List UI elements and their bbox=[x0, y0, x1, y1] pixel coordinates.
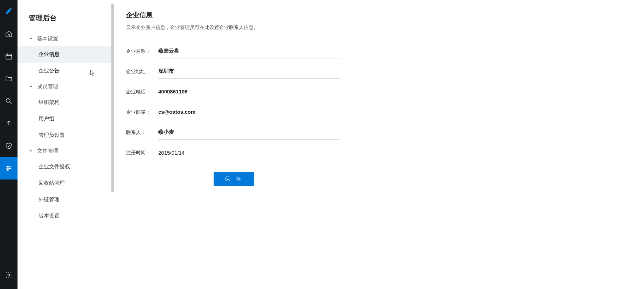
input-enterprise-address[interactable] bbox=[158, 65, 340, 79]
search-icon[interactable] bbox=[0, 90, 18, 112]
svg-point-4 bbox=[7, 169, 8, 171]
section-label: 文件管理 bbox=[37, 148, 58, 154]
secondary-sidebar: 管理后台 基本设置 企业信息 企业公告 成员管理 组织架构 用户组 管理员设置 … bbox=[18, 0, 112, 289]
svg-point-1 bbox=[6, 99, 10, 103]
sidebar-item-user-groups[interactable]: 用户组 bbox=[18, 111, 112, 127]
page-title: 企业信息 bbox=[126, 10, 630, 20]
chevron-down-icon bbox=[28, 148, 34, 154]
sidebar-item-org-structure[interactable]: 组织架构 bbox=[18, 94, 112, 111]
section-member-management[interactable]: 成员管理 bbox=[18, 79, 112, 94]
shield-icon[interactable] bbox=[0, 135, 18, 157]
main-content: 企业信息 显示企业账户信息，企业管理员可在此设置企业联系人信息。 企业名称： 企… bbox=[112, 0, 644, 289]
sidebar-title: 管理后台 bbox=[18, 10, 112, 31]
svg-point-3 bbox=[9, 168, 11, 169]
input-enterprise-name[interactable] bbox=[158, 44, 340, 58]
section-basic-settings[interactable]: 基本设置 bbox=[18, 31, 112, 46]
sidebar-item-link-management[interactable]: 外链管理 bbox=[18, 191, 112, 208]
gear-icon[interactable] bbox=[0, 264, 18, 286]
svg-point-2 bbox=[7, 166, 8, 168]
upload-icon[interactable] bbox=[0, 112, 18, 135]
svg-rect-0 bbox=[6, 54, 12, 59]
section-label: 基本设置 bbox=[37, 35, 58, 42]
chevron-down-icon bbox=[28, 36, 34, 42]
label-address: 企业地址： bbox=[126, 69, 158, 75]
input-enterprise-phone[interactable] bbox=[158, 85, 340, 99]
icon-rail bbox=[0, 0, 18, 289]
chevron-down-icon bbox=[28, 84, 34, 90]
app-logo bbox=[0, 0, 18, 23]
admin-settings-icon[interactable] bbox=[0, 157, 18, 179]
sidebar-item-enterprise-info[interactable]: 企业信息 bbox=[18, 46, 112, 63]
enterprise-form: 企业名称： 企业地址： 企业电话： 企业邮箱： 联系人： 注册时间： 2015/… bbox=[126, 41, 630, 186]
sidebar-item-enterprise-file-auth[interactable]: 企业文件授权 bbox=[18, 158, 112, 175]
sidebar-item-version-settings[interactable]: 版本设置 bbox=[18, 208, 112, 224]
label-name: 企业名称： bbox=[126, 48, 158, 55]
folder-icon[interactable] bbox=[0, 68, 18, 90]
home-icon[interactable] bbox=[0, 23, 18, 45]
section-file-management[interactable]: 文件管理 bbox=[18, 143, 112, 158]
calendar-icon[interactable] bbox=[0, 45, 18, 68]
label-email: 企业邮箱： bbox=[126, 109, 158, 115]
input-enterprise-email[interactable] bbox=[158, 105, 340, 119]
label-contact: 联系人： bbox=[126, 129, 158, 136]
save-button[interactable]: 保 存 bbox=[214, 172, 254, 186]
sidebar-item-enterprise-announcement[interactable]: 企业公告 bbox=[18, 63, 112, 79]
sidebar-item-recycle-bin[interactable]: 回收站管理 bbox=[18, 175, 112, 191]
label-phone: 企业电话： bbox=[126, 89, 158, 95]
value-registration-date: 2015/01/14 bbox=[158, 146, 340, 160]
page-subtitle: 显示企业账户信息，企业管理员可在此设置企业联系人信息。 bbox=[126, 24, 630, 31]
svg-point-5 bbox=[8, 274, 10, 276]
section-label: 成员管理 bbox=[37, 83, 58, 90]
label-regdate: 注册时间： bbox=[126, 150, 158, 156]
sidebar-item-admin-settings[interactable]: 管理员设置 bbox=[18, 127, 112, 143]
input-contact-person[interactable] bbox=[158, 126, 340, 140]
